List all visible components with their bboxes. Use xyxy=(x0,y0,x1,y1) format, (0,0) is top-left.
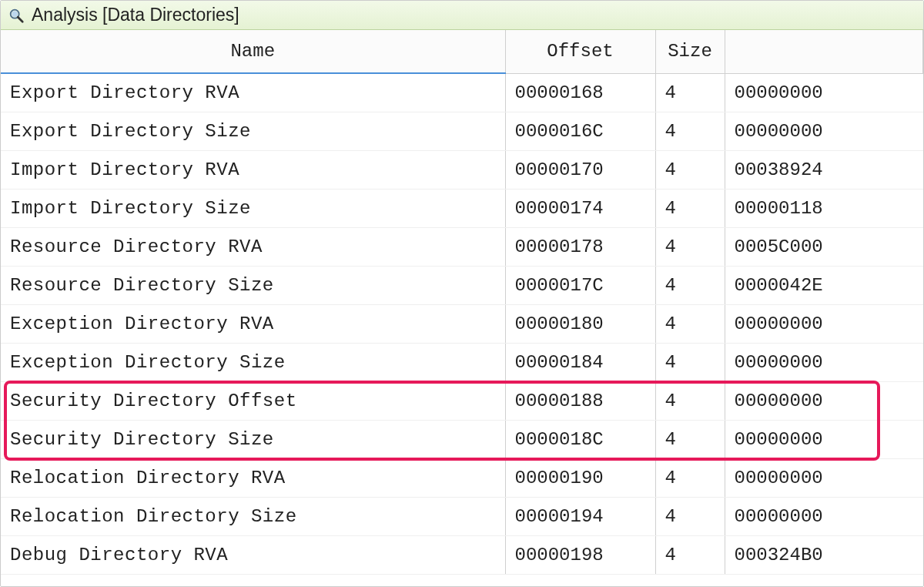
cell-offset: 00000170 xyxy=(505,151,655,190)
cell-value: 00038924 xyxy=(725,151,923,190)
cell-offset: 00000178 xyxy=(505,228,655,267)
cell-offset: 0000018C xyxy=(505,421,655,459)
table-header-row: Name Offset Size xyxy=(1,30,923,73)
cell-value: 00000000 xyxy=(725,382,923,421)
cell-name: Debug Directory RVA xyxy=(1,536,505,575)
cell-offset: 00000180 xyxy=(505,305,655,344)
cell-name: Resource Directory Size xyxy=(1,267,505,305)
cell-size: 4 xyxy=(655,305,725,344)
cell-value: 00000000 xyxy=(725,459,923,498)
magnifier-icon xyxy=(7,6,25,25)
column-header-value[interactable] xyxy=(725,30,923,73)
svg-point-1 xyxy=(12,11,18,17)
column-header-offset[interactable]: Offset xyxy=(505,30,655,73)
table-row[interactable]: Exception Directory RVA00000180400000000 xyxy=(1,305,923,344)
column-header-size[interactable]: Size xyxy=(655,30,725,73)
cell-value: 00000000 xyxy=(725,498,923,536)
cell-value: 00000118 xyxy=(725,190,923,228)
cell-name: Security Directory Size xyxy=(1,421,505,459)
table-row[interactable]: Security Directory Offset000001884000000… xyxy=(1,382,923,421)
cell-value: 000324B0 xyxy=(725,536,923,575)
cell-name: Exception Directory RVA xyxy=(1,305,505,344)
cell-size: 4 xyxy=(655,190,725,228)
cell-value: 00000000 xyxy=(725,112,923,151)
svg-line-2 xyxy=(18,17,22,22)
panel-title: Analysis [Data Directories] xyxy=(32,5,239,25)
cell-name: Relocation Directory Size xyxy=(1,498,505,536)
cell-size: 4 xyxy=(655,267,725,305)
cell-size: 4 xyxy=(655,498,725,536)
cell-size: 4 xyxy=(655,73,725,112)
table-scroll[interactable]: Name Offset Size Export Directory RVA000… xyxy=(1,30,923,586)
cell-size: 4 xyxy=(655,112,725,151)
cell-name: Security Directory Offset xyxy=(1,382,505,421)
cell-size: 4 xyxy=(655,536,725,575)
cell-value: 0005C000 xyxy=(725,228,923,267)
cell-offset: 0000016C xyxy=(505,112,655,151)
cell-offset: 00000188 xyxy=(505,382,655,421)
table-row[interactable]: Export Directory Size0000016C400000000 xyxy=(1,112,923,151)
cell-value: 0000042E xyxy=(725,267,923,305)
data-directories-table: Name Offset Size Export Directory RVA000… xyxy=(1,30,923,575)
table-row[interactable]: Resource Directory Size0000017C40000042E xyxy=(1,267,923,305)
cell-offset: 00000168 xyxy=(505,73,655,112)
table-row[interactable]: Debug Directory RVA000001984000324B0 xyxy=(1,536,923,575)
cell-value: 00000000 xyxy=(725,305,923,344)
cell-value: 00000000 xyxy=(725,421,923,459)
cell-offset: 00000174 xyxy=(505,190,655,228)
cell-name: Import Directory RVA xyxy=(1,151,505,190)
cell-name: Import Directory Size xyxy=(1,190,505,228)
table-row[interactable]: Security Directory Size0000018C400000000 xyxy=(1,421,923,459)
cell-offset: 00000194 xyxy=(505,498,655,536)
table-row[interactable]: Relocation Directory Size000001944000000… xyxy=(1,498,923,536)
table-row[interactable]: Export Directory RVA00000168400000000 xyxy=(1,73,923,112)
cell-size: 4 xyxy=(655,459,725,498)
cell-name: Exception Directory Size xyxy=(1,344,505,382)
cell-size: 4 xyxy=(655,151,725,190)
cell-name: Export Directory RVA xyxy=(1,73,505,112)
cell-offset: 00000190 xyxy=(505,459,655,498)
table-row[interactable]: Relocation Directory RVA0000019040000000… xyxy=(1,459,923,498)
cell-name: Relocation Directory RVA xyxy=(1,459,505,498)
cell-size: 4 xyxy=(655,382,725,421)
cell-value: 00000000 xyxy=(725,344,923,382)
analysis-panel: Analysis [Data Directories] Name Offset … xyxy=(0,0,924,587)
cell-offset: 0000017C xyxy=(505,267,655,305)
cell-size: 4 xyxy=(655,344,725,382)
table-row[interactable]: Import Directory Size00000174400000118 xyxy=(1,190,923,228)
cell-offset: 00000184 xyxy=(505,344,655,382)
cell-size: 4 xyxy=(655,228,725,267)
cell-name: Resource Directory RVA xyxy=(1,228,505,267)
table-row[interactable]: Import Directory RVA00000170400038924 xyxy=(1,151,923,190)
cell-offset: 00000198 xyxy=(505,536,655,575)
column-header-name[interactable]: Name xyxy=(1,30,505,73)
cell-name: Export Directory Size xyxy=(1,112,505,151)
panel-header: Analysis [Data Directories] xyxy=(1,1,923,30)
table-row[interactable]: Resource Directory RVA0000017840005C000 xyxy=(1,228,923,267)
table-row[interactable]: Exception Directory Size0000018440000000… xyxy=(1,344,923,382)
cell-size: 4 xyxy=(655,421,725,459)
cell-value: 00000000 xyxy=(725,73,923,112)
